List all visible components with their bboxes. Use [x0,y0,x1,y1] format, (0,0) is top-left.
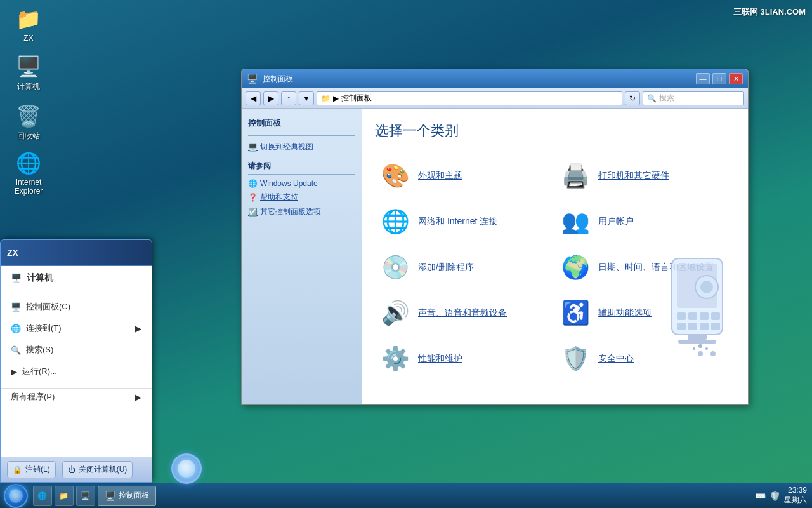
svg-rect-10 [688,335,707,340]
taskbar: 🌐 📁 🖥️ 🖥️ 控制面板 ⌨️ 🛡️ 23:39 星期六 [0,483,812,508]
desktop-icon-zx[interactable]: 📁 ZX [6,6,51,43]
desktop-icon-label: 计算机 [17,81,40,92]
clock-day: 星期六 [784,495,807,505]
desktop-icon-label: Internet Explorer [6,178,51,196]
svg-point-18 [710,351,716,356]
title-bar: 🖥️ 控制面板 — □ ✕ [242,69,748,88]
start-menu-header: ZX [1,240,152,266]
start-orb-desktop [171,453,202,484]
help-icon: ❓ [248,193,258,202]
sound-label: 声音、语音和音频设备 [418,307,507,319]
svg-rect-9 [711,323,720,330]
start-button[interactable] [0,483,32,509]
explorer-quicklaunch-icon: 📁 [59,491,69,500]
menu-item-controlpanel[interactable]: 🖥️ 控制面板(C) [1,296,152,318]
update-icon: 🌐 [248,179,258,188]
media-quicklaunch-icon: 🖥️ [81,491,90,500]
taskbar-clock[interactable]: 23:39 星期六 [784,486,807,505]
panel-body: 控制面板 🖥️ 切换到经典视图 请参阅 🌐 Windows Update ❓ 帮… [242,109,748,404]
svg-rect-11 [678,340,716,344]
users-label: 用户帐户 [598,216,634,227]
menu-item-label: 控制面板(C) [26,301,70,312]
sound-icon: 🔊 [380,298,410,328]
computer-label: 计算机 [27,272,53,284]
address-bar[interactable]: 📁 ▶ 控制面板 [317,91,622,105]
menu-item-label: 连接到(T) [26,323,62,334]
svg-rect-7 [688,323,697,330]
appearance-icon: 🎨 [380,161,410,191]
shutdown-button[interactable]: ⏻ 关闭计算机(U) [62,461,133,478]
computer-icon: 🖥️ [16,54,41,79]
windows-update-link[interactable]: 🌐 Windows Update [248,177,355,190]
back-button[interactable]: ◀ [246,91,261,105]
forward-button[interactable]: ▶ [263,91,278,105]
category-performance[interactable]: ⚙️ 性能和维护 [375,336,555,382]
folder-icon: 📁 [16,6,41,32]
menu-item-search[interactable]: 🔍 搜索(S) [1,339,152,361]
all-programs-item[interactable]: 所有程序(P) ▶ [1,388,152,405]
connect-icon: 🌐 [11,324,21,333]
page-heading: 选择一个类别 [375,121,735,140]
all-programs-label: 所有程序(P) [11,391,55,403]
ie-quicklaunch-icon: 🌐 [37,491,47,500]
options-icon: ☑️ [248,208,258,217]
start-orb-inner [9,489,23,503]
desktop-icon-label: ZX [23,34,33,43]
desktop-icon-recycle[interactable]: 🗑️ 回收站 [6,104,51,142]
refresh-button[interactable]: ↻ [625,91,640,105]
search-bar[interactable]: 🔍 搜索 [643,91,744,105]
category-printer[interactable]: 🖨️ 打印机和其它硬件 [555,153,735,199]
titlebar-icon: 🖥️ [247,74,258,84]
start-menu-body: 🖥️ 计算机 🖥️ 控制面板(C) 🌐 连接到(T) ▶ 🔍 搜索(S) ▶ 运… [1,266,152,457]
menu-item-label: 运行(R)... [22,366,57,377]
taskbar-controlpanel-btn[interactable]: 🖥️ 控制面板 [98,486,156,506]
performance-label: 性能和维护 [418,353,462,364]
other-options-link[interactable]: ☑️ 其它控制面板选项 [248,204,355,219]
maximize-button[interactable]: □ [712,73,726,84]
svg-point-17 [698,351,703,356]
see-also-section: 请参阅 🌐 Windows Update ❓ 帮助和支持 ☑️ 其它控制面板选项 [248,161,355,219]
controlpanel-icon-sm: 🖥️ [11,302,21,312]
category-appearance[interactable]: 🎨 外观和主题 [375,153,555,199]
printer-icon: 🖨️ [560,161,591,191]
menu-item-connect[interactable]: 🌐 连接到(T) ▶ [1,318,152,339]
network-label: 网络和 Internet 连接 [418,216,497,227]
category-addremove[interactable]: 💿 添加/删除程序 [375,244,555,290]
chevron-right-icon: ▶ [135,392,141,402]
desktop-icon-computer[interactable]: 🖥️ 计算机 [6,54,51,92]
start-menu-footer: 🔒 注销(L) ⏻ 关闭计算机(U) [1,457,152,482]
dropdown-button[interactable]: ▼ [299,91,314,105]
category-network[interactable]: 🌐 网络和 Internet 连接 [375,199,555,244]
titlebar-text: 控制面板 [263,74,693,84]
svg-rect-8 [700,323,709,330]
appearance-label: 外观和主题 [418,170,462,182]
system-tray: ⌨️ 🛡️ 23:39 星期六 [755,486,812,505]
desktop-icon-ie[interactable]: 🌐 Internet Explorer [6,150,51,196]
category-sound[interactable]: 🔊 声音、语音和音频设备 [375,290,555,336]
users-icon: 👥 [560,206,591,237]
quicklaunch-ie[interactable]: 🌐 [33,486,52,506]
separator2 [1,385,152,385]
up-button[interactable]: ↑ [281,91,296,105]
user-name: ZX [7,248,145,258]
lock-icon: 🔒 [13,465,22,474]
computer-item[interactable]: 🖥️ 计算机 [1,266,152,290]
control-panel-window: 🖥️ 控制面板 — □ ✕ ◀ ▶ ↑ ▼ 📁 ▶ 控制面板 ↻ 🔍 搜索 控制… [241,69,749,405]
addremove-label: 添加/删除程序 [418,262,474,273]
help-support-link[interactable]: ❓ 帮助和支持 [248,190,355,204]
quicklaunch-media[interactable]: 🖥️ [76,486,95,506]
close-button[interactable]: ✕ [729,73,743,84]
address-folder-icon: 📁 [321,94,331,103]
menu-item-run[interactable]: ▶ 运行(R)... [1,361,152,382]
recycle-bin-icon: 🗑️ [16,104,41,129]
security-label: 安全中心 [598,353,634,364]
sidebar: 控制面板 🖥️ 切换到经典视图 请参阅 🌐 Windows Update ❓ 帮… [242,109,362,404]
shutdown-label: 关闭计算机(U) [79,464,128,475]
switch-classic-view-link[interactable]: 🖥️ 切换到经典视图 [248,140,355,154]
quicklaunch-explorer[interactable]: 📁 [55,486,74,506]
category-users[interactable]: 👥 用户帐户 [555,199,735,244]
search-icon-sm: 🔍 [11,345,21,355]
logoff-button[interactable]: 🔒 注销(L) [7,461,56,478]
svg-rect-3 [688,312,697,320]
minimize-button[interactable]: — [696,73,710,84]
